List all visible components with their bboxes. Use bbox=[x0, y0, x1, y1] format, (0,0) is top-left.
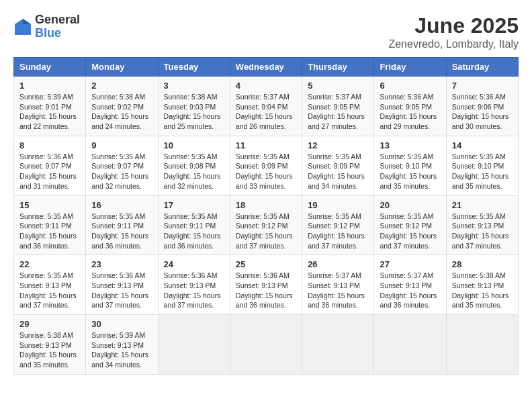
table-row: 8Sunrise: 5:36 AM Sunset: 9:07 PM Daylig… bbox=[14, 136, 86, 195]
day-info: Sunrise: 5:36 AM Sunset: 9:05 PM Dayligh… bbox=[380, 92, 440, 132]
day-number: 22 bbox=[19, 259, 80, 269]
calendar-row: 1Sunrise: 5:39 AM Sunset: 9:01 PM Daylig… bbox=[14, 77, 519, 136]
table-row: 25Sunrise: 5:36 AM Sunset: 9:13 PM Dayli… bbox=[230, 255, 302, 315]
day-number: 30 bbox=[91, 319, 152, 329]
table-row: 19Sunrise: 5:35 AM Sunset: 9:12 PM Dayli… bbox=[302, 195, 374, 255]
day-info: Sunrise: 5:36 AM Sunset: 9:06 PM Dayligh… bbox=[452, 92, 513, 132]
day-number: 11 bbox=[236, 140, 296, 150]
day-number: 21 bbox=[452, 200, 513, 210]
table-row: 14Sunrise: 5:35 AM Sunset: 9:10 PM Dayli… bbox=[446, 136, 518, 195]
table-row: 20Sunrise: 5:35 AM Sunset: 9:12 PM Dayli… bbox=[374, 195, 446, 255]
day-info: Sunrise: 5:38 AM Sunset: 9:02 PM Dayligh… bbox=[91, 92, 152, 132]
day-info: Sunrise: 5:39 AM Sunset: 9:13 PM Dayligh… bbox=[91, 330, 152, 370]
day-info: Sunrise: 5:35 AM Sunset: 9:12 PM Dayligh… bbox=[236, 212, 296, 251]
day-number: 18 bbox=[236, 200, 296, 210]
table-row: 10Sunrise: 5:35 AM Sunset: 9:08 PM Dayli… bbox=[158, 136, 230, 195]
table-row: 22Sunrise: 5:35 AM Sunset: 9:13 PM Dayli… bbox=[14, 255, 86, 315]
day-number: 10 bbox=[164, 140, 224, 150]
col-wednesday: Wednesday bbox=[230, 58, 302, 77]
svg-marker-1 bbox=[23, 19, 31, 24]
logo-blue: Blue bbox=[35, 26, 61, 40]
table-row: 12Sunrise: 5:35 AM Sunset: 9:09 PM Dayli… bbox=[302, 136, 374, 195]
logo: General Blue bbox=[13, 13, 80, 40]
table-row: 6Sunrise: 5:36 AM Sunset: 9:05 PM Daylig… bbox=[374, 77, 446, 136]
col-monday: Monday bbox=[86, 58, 158, 77]
day-number: 25 bbox=[236, 259, 296, 269]
table-row: 30Sunrise: 5:39 AM Sunset: 9:13 PM Dayli… bbox=[86, 315, 158, 375]
day-info: Sunrise: 5:35 AM Sunset: 9:13 PM Dayligh… bbox=[452, 212, 513, 251]
day-number: 13 bbox=[380, 140, 440, 150]
day-number: 29 bbox=[19, 319, 80, 329]
day-info: Sunrise: 5:37 AM Sunset: 9:05 PM Dayligh… bbox=[308, 92, 368, 132]
calendar-row: 29Sunrise: 5:38 AM Sunset: 9:13 PM Dayli… bbox=[14, 315, 519, 375]
day-info: Sunrise: 5:35 AM Sunset: 9:13 PM Dayligh… bbox=[19, 271, 80, 310]
day-number: 15 bbox=[19, 200, 80, 210]
day-number: 17 bbox=[164, 200, 224, 210]
day-info: Sunrise: 5:37 AM Sunset: 9:13 PM Dayligh… bbox=[308, 271, 368, 310]
table-row: 21Sunrise: 5:35 AM Sunset: 9:13 PM Dayli… bbox=[446, 195, 518, 255]
calendar-row: 8Sunrise: 5:36 AM Sunset: 9:07 PM Daylig… bbox=[14, 136, 519, 195]
table-row: 16Sunrise: 5:35 AM Sunset: 9:11 PM Dayli… bbox=[86, 195, 158, 255]
day-info: Sunrise: 5:36 AM Sunset: 9:13 PM Dayligh… bbox=[164, 271, 224, 310]
col-thursday: Thursday bbox=[302, 58, 374, 77]
logo-general: General bbox=[35, 13, 80, 26]
day-number: 28 bbox=[452, 259, 513, 269]
calendar-header-row: Sunday Monday Tuesday Wednesday Thursday… bbox=[14, 58, 519, 77]
day-number: 9 bbox=[91, 140, 152, 150]
day-info: Sunrise: 5:37 AM Sunset: 9:13 PM Dayligh… bbox=[380, 271, 440, 310]
table-row: 4Sunrise: 5:37 AM Sunset: 9:04 PM Daylig… bbox=[230, 77, 302, 136]
table-row bbox=[158, 315, 230, 375]
day-info: Sunrise: 5:35 AM Sunset: 9:08 PM Dayligh… bbox=[164, 152, 224, 191]
day-number: 8 bbox=[19, 140, 80, 150]
day-number: 19 bbox=[308, 200, 368, 210]
col-friday: Friday bbox=[374, 58, 446, 77]
calendar-row: 22Sunrise: 5:35 AM Sunset: 9:13 PM Dayli… bbox=[14, 255, 519, 315]
table-row: 29Sunrise: 5:38 AM Sunset: 9:13 PM Dayli… bbox=[14, 315, 86, 375]
day-number: 5 bbox=[308, 81, 368, 91]
table-row: 27Sunrise: 5:37 AM Sunset: 9:13 PM Dayli… bbox=[374, 255, 446, 315]
day-info: Sunrise: 5:35 AM Sunset: 9:09 PM Dayligh… bbox=[308, 152, 368, 191]
table-row: 11Sunrise: 5:35 AM Sunset: 9:09 PM Dayli… bbox=[230, 136, 302, 195]
day-info: Sunrise: 5:35 AM Sunset: 9:07 PM Dayligh… bbox=[91, 152, 152, 191]
table-row: 13Sunrise: 5:35 AM Sunset: 9:10 PM Dayli… bbox=[374, 136, 446, 195]
table-row: 5Sunrise: 5:37 AM Sunset: 9:05 PM Daylig… bbox=[302, 77, 374, 136]
page-header: General Blue June 2025 Zenevredo, Lombar… bbox=[13, 13, 519, 50]
day-number: 16 bbox=[91, 200, 152, 210]
table-row: 28Sunrise: 5:38 AM Sunset: 9:13 PM Dayli… bbox=[446, 255, 518, 315]
day-info: Sunrise: 5:35 AM Sunset: 9:10 PM Dayligh… bbox=[452, 152, 513, 191]
day-info: Sunrise: 5:35 AM Sunset: 9:11 PM Dayligh… bbox=[164, 212, 224, 251]
table-row bbox=[446, 315, 518, 375]
table-row: 23Sunrise: 5:36 AM Sunset: 9:13 PM Dayli… bbox=[86, 255, 158, 315]
day-number: 1 bbox=[19, 81, 80, 91]
table-row: 3Sunrise: 5:38 AM Sunset: 9:03 PM Daylig… bbox=[158, 77, 230, 136]
table-row bbox=[374, 315, 446, 375]
day-info: Sunrise: 5:37 AM Sunset: 9:04 PM Dayligh… bbox=[236, 92, 296, 132]
table-row: 24Sunrise: 5:36 AM Sunset: 9:13 PM Dayli… bbox=[158, 255, 230, 315]
location-title: Zenevredo, Lombardy, Italy bbox=[388, 38, 519, 50]
day-info: Sunrise: 5:35 AM Sunset: 9:11 PM Dayligh… bbox=[19, 212, 80, 251]
table-row: 26Sunrise: 5:37 AM Sunset: 9:13 PM Dayli… bbox=[302, 255, 374, 315]
day-number: 6 bbox=[380, 81, 440, 91]
day-number: 24 bbox=[164, 259, 224, 269]
table-row bbox=[302, 315, 374, 375]
day-info: Sunrise: 5:38 AM Sunset: 9:03 PM Dayligh… bbox=[164, 92, 224, 132]
svg-rect-2 bbox=[15, 24, 31, 35]
day-info: Sunrise: 5:35 AM Sunset: 9:12 PM Dayligh… bbox=[380, 212, 440, 251]
table-row: 7Sunrise: 5:36 AM Sunset: 9:06 PM Daylig… bbox=[446, 77, 518, 136]
title-area: June 2025 Zenevredo, Lombardy, Italy bbox=[388, 13, 519, 50]
day-number: 7 bbox=[452, 81, 513, 91]
day-number: 14 bbox=[452, 140, 513, 150]
day-number: 26 bbox=[308, 259, 368, 269]
col-sunday: Sunday bbox=[14, 58, 86, 77]
day-number: 3 bbox=[164, 81, 224, 91]
day-number: 4 bbox=[236, 81, 296, 91]
calendar-row: 15Sunrise: 5:35 AM Sunset: 9:11 PM Dayli… bbox=[14, 195, 519, 255]
day-number: 12 bbox=[308, 140, 368, 150]
day-number: 27 bbox=[380, 259, 440, 269]
day-info: Sunrise: 5:35 AM Sunset: 9:11 PM Dayligh… bbox=[91, 212, 152, 251]
day-number: 23 bbox=[91, 259, 152, 269]
day-info: Sunrise: 5:39 AM Sunset: 9:01 PM Dayligh… bbox=[19, 92, 80, 132]
col-saturday: Saturday bbox=[446, 58, 518, 77]
calendar: Sunday Monday Tuesday Wednesday Thursday… bbox=[13, 57, 519, 375]
table-row: 1Sunrise: 5:39 AM Sunset: 9:01 PM Daylig… bbox=[14, 77, 86, 136]
